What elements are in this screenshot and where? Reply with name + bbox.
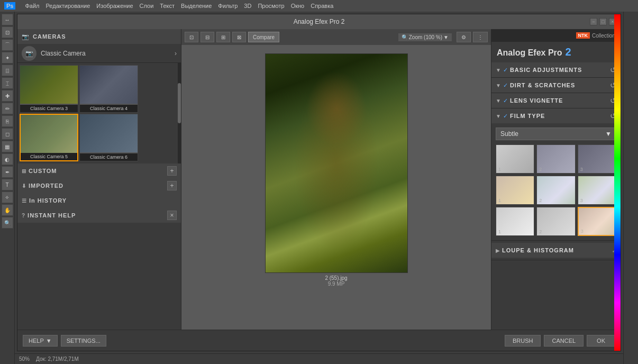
film-type-section: ▼ ✓ FILM TYPE ↺ Subtle ▼ xyxy=(491,108,621,241)
dirt-check-icon[interactable]: ✓ xyxy=(503,82,508,89)
basic-adjustments-header[interactable]: ▼ ✓ BASIC ADJUSTMENTS ↺ xyxy=(491,62,621,77)
film-thumb-6[interactable]: 3 xyxy=(578,176,616,205)
cancel-button[interactable]: CANCEL xyxy=(544,335,584,347)
tool-clone[interactable]: ⎘ xyxy=(2,115,13,127)
film-thumb-4[interactable]: 1 xyxy=(496,176,534,205)
thumb-label-3: Classic Camera 3 xyxy=(20,105,78,112)
tool-heal[interactable]: ✚ xyxy=(2,90,13,102)
maximize-button[interactable]: □ xyxy=(599,18,607,25)
film-type-dropdown[interactable]: Subtle ▼ xyxy=(496,128,616,140)
tool-zoom[interactable]: 🔍 xyxy=(2,217,13,229)
tool-lasso[interactable]: ⌒ xyxy=(2,39,13,51)
dirt-scratches-header[interactable]: ▼ ✓ DIRT & SCRATCHES ↺ xyxy=(491,78,621,93)
menu-layers[interactable]: Слои xyxy=(140,3,154,9)
thumb-camera6[interactable]: Classic Camera 6 xyxy=(79,114,138,161)
tool-move[interactable]: ↔ xyxy=(2,14,13,25)
film-thumbnails-grid: 1 2 3 1 xyxy=(496,144,616,236)
film-type-header[interactable]: ▼ ✓ FILM TYPE ↺ xyxy=(491,108,621,123)
ps-main: Analog Efex Pro 2 − □ × 📷 CAMERAS xyxy=(15,12,623,364)
tool-pen[interactable]: ✒ xyxy=(2,166,13,178)
camera-name: Classic Camera xyxy=(41,50,175,57)
film-thumb-1[interactable]: 1 xyxy=(496,144,534,174)
tool-eraser[interactable]: ◻ xyxy=(2,128,13,140)
film-thumb-9[interactable]: 3 xyxy=(578,207,616,236)
canvas-area: 2 (55).jpg 9.9 MP xyxy=(265,53,408,287)
thumb-label-5: Classic Camera 5 xyxy=(21,153,77,160)
thumbnails-scrollbar[interactable] xyxy=(178,63,181,163)
film-thumb-8[interactable]: 2 xyxy=(536,207,575,236)
cameras-section-header[interactable]: 📷 CAMERAS xyxy=(17,29,181,44)
thumb-camera5[interactable]: Classic Camera 5 xyxy=(20,114,78,161)
menu-view[interactable]: Просмотр xyxy=(258,3,284,9)
film-check-icon[interactable]: ✓ xyxy=(503,113,508,120)
menu-file[interactable]: Файл xyxy=(25,3,39,9)
thumb-camera4[interactable]: Classic Camera 4 xyxy=(79,65,138,113)
toolbar-layout-2[interactable]: ⊟ xyxy=(200,32,214,42)
titlebar-controls: − □ × xyxy=(590,18,616,25)
menu-image[interactable]: Изображение xyxy=(96,3,133,9)
scrollbar-thumb xyxy=(178,83,181,123)
tool-dodge[interactable]: ◐ xyxy=(2,153,13,165)
tool-gradient[interactable]: ▦ xyxy=(2,141,13,152)
lens-vignette-header[interactable]: ▼ ✓ LENS VIGNETTE ↺ xyxy=(491,93,621,108)
settings-button[interactable]: SETTINGS... xyxy=(61,335,106,347)
lens-check-icon[interactable]: ✓ xyxy=(503,97,508,104)
film-thumb-7[interactable]: 1 xyxy=(496,207,534,236)
toolbar-settings-btn[interactable]: ⚙ xyxy=(457,32,471,42)
menu-help[interactable]: Справка xyxy=(311,3,333,9)
menu-select[interactable]: Выделение xyxy=(181,3,212,9)
imported-panel[interactable]: ⬇ IMPORTED + xyxy=(17,178,181,193)
toolbar-extra-btn[interactable]: ⋮ xyxy=(473,32,488,42)
film-num-5: 2 xyxy=(539,198,542,203)
aep-titlebar: Analog Efex Pro 2 − □ × xyxy=(17,14,621,29)
tool-select[interactable]: ⊡ xyxy=(2,26,13,38)
menu-edit[interactable]: Редактирование xyxy=(46,3,90,9)
tool-text[interactable]: T xyxy=(2,179,13,190)
footer-right: BRUSH CANCEL OK xyxy=(505,335,615,347)
instant-help-close-button[interactable]: × xyxy=(167,211,177,220)
tool-eyedropper[interactable]: ⌶ xyxy=(2,77,13,89)
right-panel: NTK Collection Analog Efex Pro 2 ▼ xyxy=(491,29,621,330)
menu-3d[interactable]: 3D xyxy=(244,3,251,9)
brush-button[interactable]: BRUSH xyxy=(505,335,541,347)
menu-filter[interactable]: Фильтр xyxy=(218,3,238,9)
toolbar-layout-1[interactable]: ⊡ xyxy=(185,32,198,42)
help-button[interactable]: HELP ▼ xyxy=(23,335,58,347)
film-thumb-3[interactable]: 3 xyxy=(578,144,616,174)
minimize-button[interactable]: − xyxy=(590,18,597,25)
ps-body: ↔ ⊡ ⌒ ✦ ⌹ ⌶ ✚ ✏ ⎘ ◻ ▦ ◐ ✒ T ⟡ ✋ 🔍 Analog… xyxy=(0,12,638,364)
dialog-footer: HELP ▼ SETTINGS... BRUSH CANCEL OK xyxy=(17,330,621,351)
film-collapse-icon: ▼ xyxy=(496,113,501,119)
loupe-histogram-header[interactable]: ▶ LOUPE & HISTOGRAM ⤢ xyxy=(491,243,621,258)
film-thumb-5[interactable]: 2 xyxy=(536,176,575,205)
instant-help-panel[interactable]: ? INSTANT HELP × xyxy=(17,208,181,223)
film-num-1: 1 xyxy=(498,167,501,172)
zoom-display[interactable]: 🔍 Zoom (100 %) ▼ xyxy=(398,33,452,42)
custom-panel[interactable]: ⊞ CUSTOM + xyxy=(17,163,181,178)
tool-brush[interactable]: ✏ xyxy=(2,103,13,114)
history-panel[interactable]: ☰ In HISTORY xyxy=(17,193,181,208)
thumb-camera3[interactable]: Classic Camera 3 xyxy=(20,65,78,113)
camera-arrow-icon: › xyxy=(175,50,177,57)
menu-text[interactable]: Текст xyxy=(160,3,175,9)
ok-button[interactable]: OK xyxy=(587,335,615,347)
tool-hand[interactable]: ✋ xyxy=(2,204,13,216)
imported-add-button[interactable]: + xyxy=(167,181,177,190)
basic-adj-check-icon[interactable]: ✓ xyxy=(503,67,508,74)
help-label: HELP xyxy=(29,338,44,344)
film-num-4: 1 xyxy=(498,198,501,203)
dirt-scratches-section: ▼ ✓ DIRT & SCRATCHES ↺ xyxy=(491,78,621,93)
custom-add-button[interactable]: + xyxy=(167,166,177,176)
tool-magic[interactable]: ✦ xyxy=(2,52,13,63)
compare-button[interactable]: Compare xyxy=(248,32,279,42)
tool-crop[interactable]: ⌹ xyxy=(2,65,13,76)
toolbar-layout-3[interactable]: ⊞ xyxy=(216,32,230,42)
thumb-img-4 xyxy=(80,66,138,104)
film-thumb-2[interactable]: 2 xyxy=(536,144,575,174)
toolbar-layout-4[interactable]: ⊠ xyxy=(232,32,246,42)
canvas-image xyxy=(265,53,408,273)
menu-window[interactable]: Окно xyxy=(291,3,305,9)
camera-selector[interactable]: 📷 Classic Camera › xyxy=(17,44,181,63)
dirt-collapse-icon: ▼ xyxy=(496,83,501,88)
tool-path[interactable]: ⟡ xyxy=(2,192,13,203)
